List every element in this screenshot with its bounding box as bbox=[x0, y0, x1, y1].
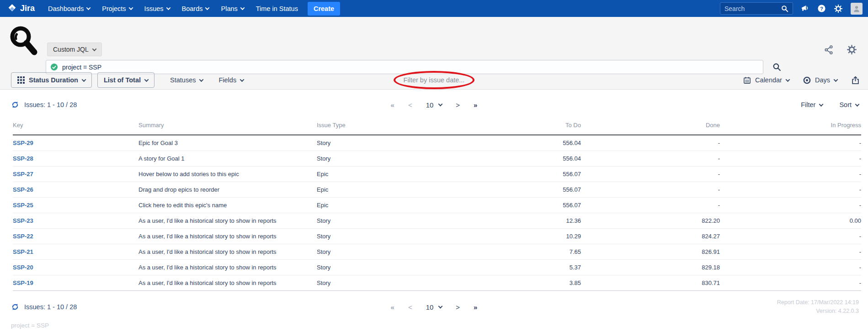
grid-icon bbox=[17, 76, 25, 84]
nav-item-boards[interactable]: Boards bbox=[176, 0, 215, 17]
first-page-button[interactable]: « bbox=[391, 101, 394, 109]
col-header-key: Key bbox=[13, 116, 138, 135]
svg-text:?: ? bbox=[820, 6, 823, 11]
col-header-done: Done bbox=[581, 116, 720, 135]
issue-key-link[interactable]: SSP-26 bbox=[13, 186, 33, 193]
issue-key-link[interactable]: SSP-25 bbox=[13, 202, 33, 209]
jql-input[interactable] bbox=[62, 64, 759, 71]
issue-key-link[interactable]: SSP-29 bbox=[13, 140, 33, 146]
search-icon bbox=[781, 5, 788, 12]
chevron-down-icon bbox=[86, 5, 91, 10]
calendar-dropdown[interactable]: Calendar bbox=[743, 76, 789, 84]
chevron-down-icon bbox=[438, 102, 443, 107]
nav-search-input[interactable] bbox=[724, 5, 781, 12]
first-page-button[interactable]: « bbox=[391, 303, 394, 311]
jql-search-icon[interactable] bbox=[772, 63, 781, 71]
col-header-issue-type: Issue Type bbox=[317, 116, 447, 135]
table-row: SSP-29 Epic for Goal 3 Story 556.04 - - bbox=[13, 135, 861, 151]
create-button[interactable]: Create bbox=[308, 2, 340, 16]
report-version: Version: 4.22.0.3 bbox=[777, 307, 859, 316]
issue-key-link[interactable]: SSP-27 bbox=[13, 171, 33, 177]
issue-key-link[interactable]: SSP-22 bbox=[13, 233, 33, 240]
report-toolbar: Status Duration List of Total Statuses F… bbox=[0, 71, 868, 89]
page-size-dropdown[interactable]: 10 bbox=[426, 101, 442, 109]
query-actions bbox=[824, 44, 857, 55]
pagination-top: « < 10 > » bbox=[391, 101, 478, 109]
table-row: SSP-21 As a user, I'd like a historical … bbox=[13, 244, 861, 260]
issue-key-link[interactable]: SSP-28 bbox=[13, 155, 33, 162]
refresh-icon[interactable] bbox=[11, 303, 19, 311]
nav-item-time-in-status[interactable]: Time in Status bbox=[250, 0, 304, 17]
issue-key-link[interactable]: SSP-20 bbox=[13, 264, 33, 271]
col-header-inprogress: In Progress bbox=[720, 116, 861, 135]
nav-item-issues[interactable]: Issues bbox=[138, 0, 176, 17]
chevron-down-icon bbox=[240, 77, 245, 82]
statuses-dropdown[interactable]: Statuses bbox=[170, 76, 203, 84]
issue-key-link[interactable]: SSP-19 bbox=[13, 279, 33, 286]
table-row: SSP-19 As a user, I'd like a historical … bbox=[13, 275, 861, 291]
fields-dropdown[interactable]: Fields bbox=[218, 76, 244, 84]
help-icon[interactable]: ? bbox=[817, 4, 826, 13]
query-section: Custom JQL bbox=[0, 17, 868, 90]
chevron-down-icon bbox=[438, 304, 443, 309]
chevron-down-icon bbox=[819, 102, 824, 107]
filter-dropdown[interactable]: Filter bbox=[801, 101, 823, 108]
days-units-dropdown[interactable]: Days bbox=[803, 76, 837, 84]
nav-item-projects[interactable]: Projects bbox=[96, 0, 138, 17]
nav-item-dashboards[interactable]: Dashboards bbox=[42, 0, 96, 17]
last-page-button[interactable]: » bbox=[474, 303, 477, 311]
table-row: SSP-22 As a user, I'd like a historical … bbox=[13, 229, 861, 244]
table-row: SSP-23 As a user, I'd like a historical … bbox=[13, 213, 861, 229]
custom-jql-dropdown[interactable]: Custom JQL bbox=[47, 43, 102, 56]
issues-table: Key Summary Issue Type To Do Done In Pro… bbox=[13, 116, 861, 291]
toolbar-right: Calendar Days bbox=[743, 76, 860, 85]
prev-page-button[interactable]: < bbox=[408, 303, 412, 311]
nav-item-plans[interactable]: Plans bbox=[215, 0, 250, 17]
issue-key-link[interactable]: SSP-23 bbox=[13, 217, 33, 224]
gear-icon[interactable] bbox=[834, 4, 843, 13]
chevron-down-icon bbox=[82, 77, 86, 82]
chevron-down-icon bbox=[128, 5, 133, 10]
jira-logo-icon bbox=[7, 4, 17, 13]
issue-date-filter[interactable]: Filter by issue date... bbox=[404, 76, 465, 84]
settings-gear-icon[interactable] bbox=[847, 44, 857, 55]
issue-key-link[interactable]: SSP-21 bbox=[13, 248, 33, 255]
chevron-down-icon bbox=[786, 77, 790, 82]
table-header-row: Key Summary Issue Type To Do Done In Pro… bbox=[13, 116, 861, 135]
list-of-total-dropdown[interactable]: List of Total bbox=[97, 72, 154, 88]
filter-sort-controls: Filter Sort bbox=[801, 101, 859, 108]
nav-search-box[interactable] bbox=[720, 2, 793, 15]
table-row: SSP-20 As a user, I'd like a historical … bbox=[13, 260, 861, 275]
report-meta: Report Date: 17/Mar/2022 14:19 Version: … bbox=[777, 298, 859, 316]
chevron-down-icon bbox=[199, 77, 204, 82]
export-icon[interactable] bbox=[851, 76, 860, 85]
issues-count-bottom: Issues: 1 - 10 / 28 bbox=[11, 303, 77, 311]
list-bar-bottom: Issues: 1 - 10 / 28 « < 10 > » Report Da… bbox=[0, 297, 868, 317]
user-avatar[interactable] bbox=[851, 3, 863, 15]
last-page-button[interactable]: » bbox=[474, 101, 477, 109]
jira-brand[interactable]: Jira bbox=[7, 4, 35, 13]
status-duration-dropdown[interactable]: Status Duration bbox=[11, 72, 92, 88]
next-page-button[interactable]: > bbox=[456, 101, 460, 109]
page-size-dropdown[interactable]: 10 bbox=[426, 303, 442, 311]
chevron-down-icon bbox=[855, 102, 860, 107]
jql-valid-check-icon bbox=[50, 63, 58, 71]
col-header-todo: To Do bbox=[447, 116, 581, 135]
col-header-summary: Summary bbox=[138, 116, 317, 135]
chevron-down-icon bbox=[144, 77, 149, 82]
eye-target-icon bbox=[803, 76, 811, 84]
chevron-down-icon bbox=[92, 47, 96, 51]
chevron-down-icon bbox=[834, 77, 838, 82]
sort-dropdown[interactable]: Sort bbox=[839, 101, 859, 108]
share-icon[interactable] bbox=[824, 45, 834, 55]
prev-page-button[interactable]: < bbox=[408, 101, 412, 109]
megaphone-icon[interactable] bbox=[801, 4, 809, 13]
table-row: SSP-27 Hover below to add stories to thi… bbox=[13, 166, 861, 182]
calendar-icon bbox=[743, 76, 751, 84]
top-navbar: Jira Dashboards Projects Issues Boards P… bbox=[0, 0, 868, 17]
report-date: Report Date: 17/Mar/2022 14:19 bbox=[777, 298, 859, 307]
refresh-icon[interactable] bbox=[11, 101, 19, 109]
report-magnifier-logo bbox=[8, 24, 38, 55]
next-page-button[interactable]: > bbox=[456, 303, 460, 311]
navbar-right: ? bbox=[720, 2, 863, 15]
